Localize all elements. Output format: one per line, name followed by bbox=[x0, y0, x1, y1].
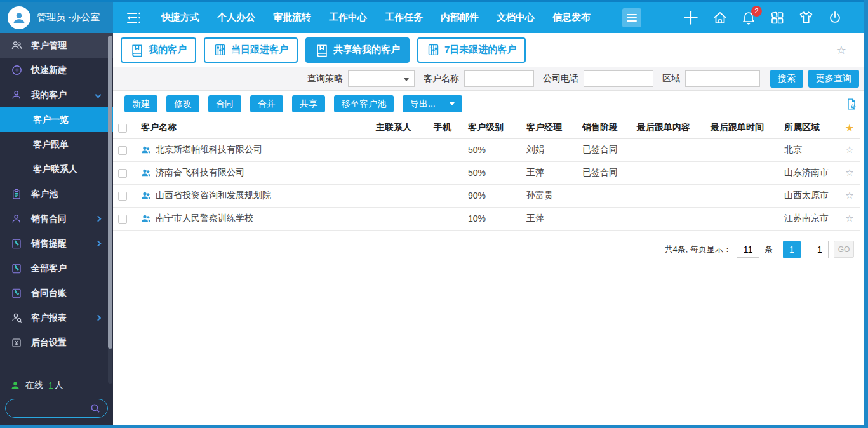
col-customer-name[interactable]: 客户名称 bbox=[136, 117, 371, 138]
tab-shared-with-me[interactable]: 共享给我的客户 bbox=[305, 37, 410, 63]
page-button-1[interactable]: 1 bbox=[783, 241, 801, 258]
window-scrollbar-right[interactable] bbox=[864, 0, 868, 428]
filter-bar: 查询策略 客户名称 公司电话 区域 搜索 更多查询 bbox=[113, 67, 868, 91]
row-checkbox[interactable] bbox=[118, 146, 127, 155]
sidebar-item-customer-reports[interactable]: 客户报表 bbox=[0, 305, 113, 330]
cell-last-time bbox=[705, 138, 779, 161]
company-phone-input[interactable] bbox=[584, 70, 653, 87]
sidebar-item-my-customers[interactable]: 我的客户 bbox=[0, 83, 113, 107]
cell-contact bbox=[371, 184, 429, 207]
theme-tshirt-icon[interactable] bbox=[798, 10, 814, 25]
cell-stage bbox=[577, 207, 632, 230]
cell-manager: 孙富贵 bbox=[521, 184, 577, 207]
cell-region: 山西太原市 bbox=[779, 184, 839, 207]
sidebar-item-all-customers[interactable]: 全部客户 bbox=[0, 256, 113, 281]
customer-name[interactable]: 北京斯堪帕维科技有限公司 bbox=[156, 144, 262, 156]
share-button[interactable]: 共享 bbox=[292, 95, 325, 112]
user-avatar-icon[interactable] bbox=[8, 6, 30, 29]
tab-label: 共享给我的客户 bbox=[333, 44, 400, 56]
menu-item-work-tasks[interactable]: 工作任务 bbox=[376, 11, 432, 23]
sidebar-item-sales-reminders[interactable]: 销售提醒 bbox=[0, 231, 113, 256]
sidebar-item-label: 我的客户 bbox=[31, 90, 67, 101]
row-checkbox[interactable] bbox=[118, 215, 127, 224]
col-region[interactable]: 所属区域 bbox=[779, 117, 839, 138]
customer-name[interactable]: 济南奋飞科技有限公司 bbox=[156, 167, 244, 178]
star-outline-icon[interactable]: ☆ bbox=[845, 144, 853, 155]
menu-collapse-icon[interactable] bbox=[124, 10, 142, 25]
sidebar-item-customer-contacts[interactable]: 客户联系人 bbox=[0, 157, 113, 182]
customer-name[interactable]: 山西省投资咨询和发展规划院 bbox=[156, 190, 271, 201]
sidebar-item-label: 客户管理 bbox=[31, 40, 67, 51]
sidebar-item-customer-follow[interactable]: 客户跟单 bbox=[0, 132, 113, 157]
sidebar-item-customer-pool[interactable]: 客户池 bbox=[0, 182, 113, 206]
menu-item-internal-mail[interactable]: 内部邮件 bbox=[432, 11, 488, 23]
tab-today-followup[interactable]: 当日跟进客户 bbox=[204, 37, 298, 63]
star-outline-icon[interactable]: ☆ bbox=[845, 213, 853, 224]
caret-down-icon bbox=[404, 78, 409, 81]
goto-page-input[interactable] bbox=[811, 241, 829, 258]
column-settings-icon[interactable] bbox=[845, 98, 858, 110]
sidebar-item-customer-management[interactable]: 客户管理 bbox=[0, 33, 113, 58]
sidebar-item-backend-settings[interactable]: 后台设置 bbox=[0, 330, 113, 355]
region-input[interactable] bbox=[685, 70, 760, 87]
merge-button[interactable]: 合并 bbox=[250, 95, 283, 112]
col-sales-stage[interactable]: 销售阶段 bbox=[577, 117, 632, 138]
more-search-button[interactable]: 更多查询 bbox=[808, 70, 859, 88]
export-button[interactable]: 导出... bbox=[403, 95, 462, 112]
chevron-down-icon bbox=[95, 92, 102, 98]
logout-power-icon[interactable] bbox=[827, 10, 843, 25]
new-button[interactable]: 新建 bbox=[124, 95, 157, 112]
go-button[interactable]: GO bbox=[834, 241, 854, 258]
menu-item-shortcuts[interactable]: 快捷方式 bbox=[152, 11, 208, 23]
home-icon[interactable] bbox=[712, 10, 728, 25]
star-filled-icon[interactable]: ★ bbox=[845, 123, 854, 133]
search-icon[interactable] bbox=[90, 403, 101, 417]
notifications-bell-icon[interactable]: 2 bbox=[741, 10, 756, 25]
menu-item-info-publish[interactable]: 信息发布 bbox=[544, 11, 599, 23]
sidebar-item-customer-list[interactable]: 客户一览 bbox=[0, 107, 113, 132]
sidebar-item-contract-ledger[interactable]: 合同台账 bbox=[0, 281, 113, 305]
add-icon[interactable] bbox=[683, 10, 699, 26]
row-checkbox[interactable] bbox=[118, 192, 127, 201]
select-all-checkbox[interactable] bbox=[118, 124, 127, 133]
col-main-contact[interactable]: 主联系人 bbox=[371, 117, 429, 138]
customer-name[interactable]: 南宁市人民警察训练学校 bbox=[156, 213, 253, 224]
table-row[interactable]: 山西省投资咨询和发展规划院 90% 孙富贵 山西太原市 ☆ bbox=[113, 184, 860, 207]
table-row[interactable]: 北京斯堪帕维科技有限公司 50% 刘娟 已签合同 北京 ☆ bbox=[113, 138, 860, 161]
window-border-bottom bbox=[0, 425, 868, 428]
sidebar-item-sales-contracts[interactable]: 销售合同 bbox=[0, 206, 113, 231]
star-outline-icon[interactable]: ☆ bbox=[845, 167, 853, 178]
favorite-star-icon[interactable]: ☆ bbox=[836, 43, 846, 57]
sidebar-search-box bbox=[5, 399, 108, 418]
menu-item-approval-flow[interactable]: 审批流转 bbox=[264, 11, 320, 23]
menu-item-work-center[interactable]: 工作中心 bbox=[320, 11, 376, 23]
star-outline-icon[interactable]: ☆ bbox=[845, 190, 853, 201]
plus-circle-icon bbox=[10, 64, 23, 76]
sidebar-item-quick-create[interactable]: 快速新建 bbox=[0, 58, 113, 83]
menu-item-personal-office[interactable]: 个人办公 bbox=[208, 11, 264, 23]
tab-my-customers[interactable]: 我的客户 bbox=[121, 37, 196, 63]
more-menu-button[interactable] bbox=[622, 8, 641, 27]
col-mobile[interactable]: 手机 bbox=[429, 117, 463, 138]
user-panel[interactable]: 管理员 -办公室 bbox=[0, 2, 113, 33]
table-row[interactable]: 济南奋飞科技有限公司 50% 王萍 已签合同 山东济南市 ☆ bbox=[113, 161, 860, 184]
tab-7day-no-followup[interactable]: 7日未跟进的客户 bbox=[417, 37, 526, 63]
table-row[interactable]: 南宁市人民警察训练学校 10% 王萍 江苏南京市 ☆ bbox=[113, 207, 860, 230]
search-button[interactable]: 搜索 bbox=[770, 70, 803, 88]
col-customer-level[interactable]: 客户级别 bbox=[463, 117, 521, 138]
page-size-input[interactable] bbox=[737, 241, 759, 258]
row-checkbox[interactable] bbox=[118, 169, 127, 178]
col-customer-manager[interactable]: 客户经理 bbox=[521, 117, 577, 138]
customer-name-input[interactable] bbox=[464, 70, 534, 87]
edit-button[interactable]: 修改 bbox=[166, 95, 199, 112]
move-to-pool-button[interactable]: 移至客户池 bbox=[334, 95, 394, 112]
col-last-followup-content[interactable]: 最后跟单内容 bbox=[632, 117, 705, 138]
strategy-select[interactable] bbox=[348, 70, 415, 87]
contract-button[interactable]: 合同 bbox=[208, 95, 241, 112]
col-last-followup-time[interactable]: 最后跟单时间 bbox=[705, 117, 779, 138]
apps-grid-icon[interactable] bbox=[770, 10, 785, 25]
sidebar-scrollbar-thumb[interactable] bbox=[108, 36, 112, 349]
menu-item-document-center[interactable]: 文档中心 bbox=[488, 11, 544, 23]
customer-icon bbox=[141, 191, 151, 201]
sidebar-scrollbar[interactable] bbox=[108, 36, 112, 384]
